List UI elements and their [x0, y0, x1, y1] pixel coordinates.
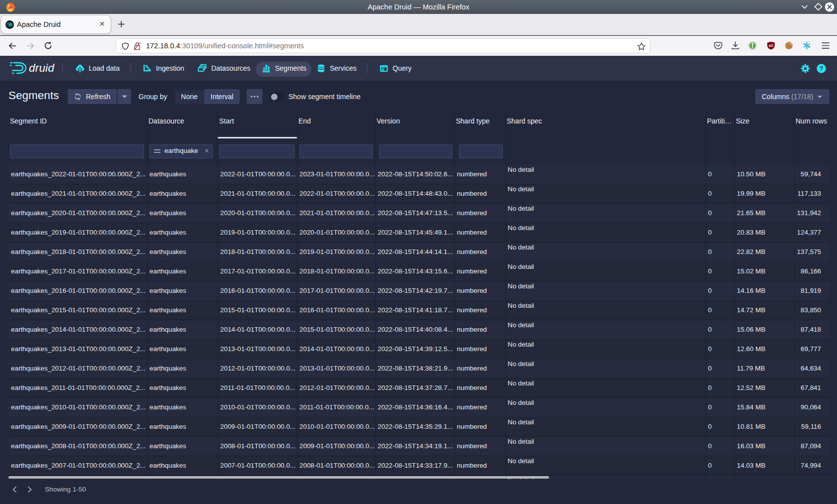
svg-text:?: ? — [820, 65, 824, 72]
svg-text:uO: uO — [769, 44, 773, 47]
